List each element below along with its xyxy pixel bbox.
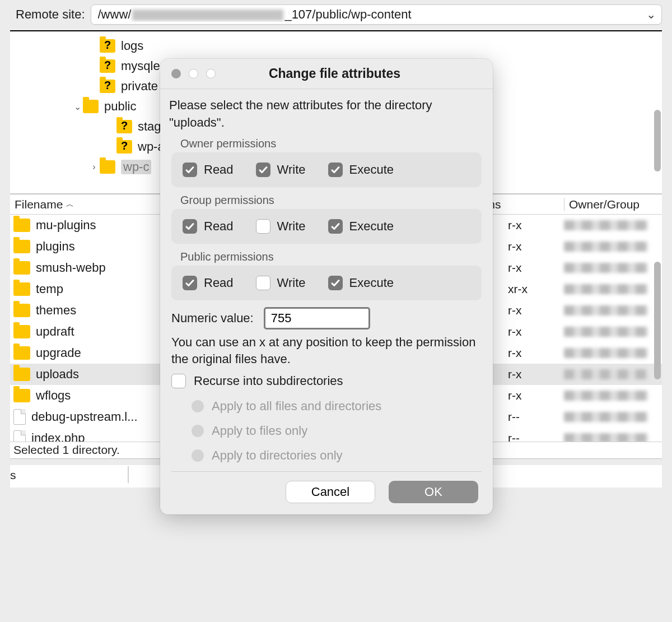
permissions-cell: r-x <box>508 325 564 338</box>
folder-icon <box>13 240 30 253</box>
folder-icon <box>100 59 115 73</box>
radio-icon <box>192 400 204 412</box>
recurse-radio: Apply to directories only <box>192 443 484 468</box>
ok-button[interactable]: OK <box>389 481 478 503</box>
radio-icon <box>192 449 204 462</box>
owner-cell <box>564 305 662 315</box>
redacted-segment <box>564 284 648 294</box>
permission-group-label: Owner permissions <box>180 137 484 150</box>
folder-icon <box>100 160 115 174</box>
folder-icon <box>13 346 30 360</box>
redacted-segment <box>564 412 648 422</box>
execute-checkbox[interactable]: Execute <box>328 163 394 177</box>
permissions-cell: r-x <box>508 304 564 317</box>
close-icon[interactable] <box>171 69 181 78</box>
folder-icon <box>13 261 30 275</box>
redacted-segment <box>132 10 283 21</box>
write-checkbox[interactable]: Write <box>256 163 306 177</box>
checkbox-icon <box>183 163 197 177</box>
permissions-cell: r-x <box>508 346 564 360</box>
recurse-radio: Apply to files only <box>192 419 484 443</box>
owner-cell <box>564 412 662 422</box>
checkbox-icon <box>328 163 343 177</box>
redacted-segment <box>564 391 648 401</box>
permission-group-label: Group permissions <box>180 194 484 207</box>
redacted-segment <box>564 220 648 230</box>
disclosure-icon[interactable]: ⌄ <box>72 101 83 112</box>
recurse-radio: Apply to all files and directories <box>192 394 484 419</box>
owner-cell <box>564 327 662 337</box>
scrollbar[interactable] <box>654 110 661 171</box>
disclosure-icon[interactable]: › <box>88 162 100 172</box>
traffic-lights <box>160 69 216 78</box>
folder-icon <box>13 368 30 381</box>
owner-cell <box>564 348 662 358</box>
remote-path-text: /www/_107/public/wp-content <box>98 7 644 22</box>
tree-item[interactable]: logs <box>10 36 662 56</box>
owner-cell <box>564 220 662 230</box>
checkbox-icon <box>171 374 186 388</box>
folder-icon <box>13 282 30 296</box>
execute-checkbox[interactable]: Execute <box>328 219 394 234</box>
tree-item-label: public <box>104 99 136 114</box>
permission-group: ReadWriteExecute <box>171 152 482 187</box>
permissions-cell: r-x <box>508 219 564 232</box>
redacted-segment <box>564 263 648 273</box>
permissions-cell: r-x <box>508 240 564 253</box>
redacted-segment <box>564 369 648 379</box>
tree-item-label: logs <box>121 39 143 53</box>
radio-icon <box>192 425 204 437</box>
tree-item-label: wp-c <box>121 160 151 174</box>
owner-cell <box>564 263 662 273</box>
folder-icon <box>83 100 99 113</box>
recurse-checkbox[interactable]: Recurse into subdirectories <box>171 374 482 388</box>
checkbox-icon <box>256 163 270 177</box>
read-checkbox[interactable]: Read <box>183 219 234 234</box>
owner-cell <box>564 369 662 379</box>
maximize-icon[interactable] <box>206 69 216 78</box>
checkbox-icon <box>256 219 270 234</box>
remote-path-combo[interactable]: /www/_107/public/wp-content ⌄ <box>91 4 662 25</box>
minimize-icon[interactable] <box>189 69 198 78</box>
tree-item-label: private <box>121 79 158 94</box>
dialog-titlebar[interactable]: Change file attributes <box>160 59 493 89</box>
numeric-value-input[interactable] <box>264 307 370 329</box>
sort-asc-icon: ︿ <box>66 199 74 210</box>
checkbox-icon <box>183 276 197 290</box>
folder-icon <box>13 304 30 317</box>
write-checkbox[interactable]: Write <box>256 276 306 290</box>
folder-icon <box>13 325 30 338</box>
owner-cell <box>564 284 662 294</box>
checkbox-icon <box>183 219 197 234</box>
dialog-title: Change file attributes <box>216 66 493 81</box>
file-icon <box>13 409 26 425</box>
permission-group: ReadWriteExecute <box>171 209 482 244</box>
chevron-down-icon[interactable]: ⌄ <box>643 8 659 21</box>
write-checkbox[interactable]: Write <box>256 219 306 234</box>
column-owner-group[interactable]: Owner/Group <box>564 198 662 211</box>
folder-icon <box>100 80 115 93</box>
read-checkbox[interactable]: Read <box>183 276 234 290</box>
scrollbar[interactable] <box>654 262 661 379</box>
redacted-segment <box>564 348 648 358</box>
execute-checkbox[interactable]: Execute <box>328 276 394 290</box>
permission-group-label: Public permissions <box>180 250 484 263</box>
owner-cell <box>564 242 662 252</box>
read-checkbox[interactable]: Read <box>183 163 234 177</box>
permission-group: ReadWriteExecute <box>171 266 482 300</box>
redacted-segment <box>564 242 648 252</box>
checkbox-icon <box>256 276 270 290</box>
permissions-cell: r-- <box>508 410 564 424</box>
dialog-intro: Please select the new attributes for the… <box>169 97 484 132</box>
permissions-cell: r-x <box>508 368 564 381</box>
remote-site-label: Remote site: <box>16 7 85 22</box>
cancel-button[interactable]: Cancel <box>286 481 375 503</box>
owner-cell <box>564 391 662 401</box>
permissions-cell: r-x <box>508 261 564 275</box>
folder-icon <box>100 39 115 53</box>
numeric-value-label: Numeric value: <box>171 311 254 326</box>
folder-icon <box>116 140 132 154</box>
separator <box>171 471 482 472</box>
checkbox-icon <box>328 276 343 290</box>
folder-icon <box>116 120 132 133</box>
